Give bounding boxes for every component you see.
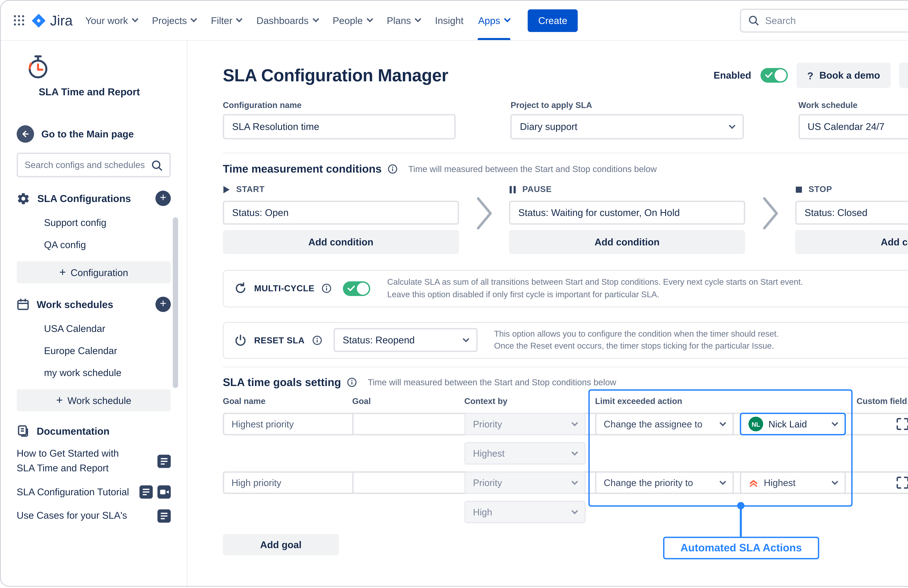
goals-header: SLA time goals setting Time will measure… [223,376,908,389]
custom-field-toggle[interactable] [860,476,885,489]
info-icon[interactable] [322,283,332,294]
chevron-down-icon [191,16,197,22]
context-by-select[interactable]: Priority [464,413,586,435]
global-search[interactable] [740,8,908,32]
chevron-down-icon [572,420,578,426]
add-stop-condition-button[interactable]: Add condition [795,230,908,254]
nav-dashboards[interactable]: Dashboards [249,1,325,40]
pause-label: PAUSE [522,185,552,194]
sidebar-scrollbar[interactable] [173,217,178,388]
custom-field-toggle[interactable] [860,418,885,431]
search-icon [748,15,759,26]
multi-cycle-toggle[interactable] [343,281,371,296]
header-controls: Enabled ? Book a demo Setup Wizard ⋮ [713,63,908,88]
page-title: SLA Configuration Manager [223,65,448,86]
goal-header: Goal [352,397,371,406]
add-start-condition-button[interactable]: Add condition [223,230,459,254]
multi-cycle-description: Calculate SLA as sum of all transitions … [387,276,803,301]
sidebar-search-input[interactable] [25,160,145,170]
add-configuration-button[interactable]: + [155,191,171,206]
limit-action-select[interactable]: Change the assignee to [595,413,734,435]
expand-button[interactable] [896,476,908,489]
time-conditions-title: Time measurement conditions [223,162,382,175]
pause-icon [509,185,516,194]
app-logo: SLA Time and Report [17,54,171,98]
project-label: Project to apply SLA [510,101,744,110]
check-icon [348,285,355,291]
chevron-down-icon [504,16,510,22]
time-conditions-header: Time measurement conditions Time will me… [223,162,908,175]
nav-filter[interactable]: Filter [204,1,249,40]
nav-people[interactable]: People [325,1,379,40]
pause-condition-column: PAUSE Status: Waiting for customer, On H… [509,184,745,254]
gear-icon [17,192,30,205]
check-icon [864,479,871,485]
context-by-select[interactable]: Priority [464,471,586,494]
stop-label: STOP [808,185,832,194]
sidebar-item-europe-calendar[interactable]: Europe Calendar [17,345,171,356]
plus-icon: + [60,267,66,278]
setup-wizard-button[interactable]: Setup Wizard [900,63,908,88]
info-icon[interactable] [312,335,322,345]
nav-apps[interactable]: Apps [471,1,517,40]
nav-insight[interactable]: Insight [428,1,471,40]
enabled-toggle[interactable] [760,68,788,83]
info-icon[interactable] [347,377,357,387]
new-configuration-button[interactable]: + Configuration [17,261,171,283]
configuration-name-input[interactable] [223,114,456,140]
enabled-label: Enabled [713,70,751,81]
multi-cycle-row: MULTI-CYCLE Calculate SLA as sum of all … [223,270,908,307]
work-schedule-label: Work schedule [798,101,908,110]
add-schedule-button[interactable]: + [155,297,171,312]
add-goal-button[interactable]: Add goal [223,534,339,555]
expand-button[interactable] [896,418,908,431]
chevron-down-icon [832,479,838,485]
check-icon [864,421,871,426]
article-badge-icon [140,486,153,499]
project-select[interactable]: Diary support [510,114,744,140]
chevron-down-icon [462,336,469,342]
chevron-down-icon [832,420,838,426]
sidebar-item-support-config[interactable]: Support config [17,217,171,228]
limit-action-select[interactable]: Change the priority to [595,471,734,494]
sidebar-search[interactable] [17,153,171,177]
sidebar-item-usa-calendar[interactable]: USA Calendar [17,323,171,334]
assignee-select[interactable]: NL Nick Laid [740,413,846,435]
context-value-select[interactable]: High [464,501,586,524]
assignee-avatar: NL [749,417,763,431]
pause-condition-value[interactable]: Status: Waiting for customer, On Hold [509,201,745,225]
power-icon [234,334,247,347]
context-value-select[interactable]: Highest [464,442,586,465]
doc-link-use-cases[interactable]: Use Cases for your SLA's [17,509,171,524]
sidebar-item-my-work-schedule[interactable]: my work schedule [17,367,171,378]
doc-link-get-started[interactable]: How to Get Started with SLA Time and Rep… [17,447,171,476]
stop-condition-value[interactable]: Status: Closed [795,201,908,225]
chevron-down-icon [236,16,243,22]
goal-row-1: Priority Change the assignee to NL Nick … [223,413,908,435]
nav-plans[interactable]: Plans [379,1,428,40]
sidebar-item-qa-config[interactable]: QA config [17,239,171,250]
work-schedule-select[interactable]: US Calendar 24/7 [798,114,908,140]
chevron-down-icon [720,420,726,426]
stop-condition-column: STOP Status: Closed Add condition [795,184,908,254]
back-to-main-link[interactable]: Go to the Main page [17,125,171,143]
priority-value-select[interactable]: Highest [740,471,846,494]
book-demo-button[interactable]: ? Book a demo [797,63,891,88]
new-work-schedule-button[interactable]: + Work schedule [17,389,171,411]
start-condition-value[interactable]: Status: Open [223,201,459,225]
doc-link-configuration-tutorial[interactable]: SLA Configuration Tutorial [17,485,171,500]
nav-your-work[interactable]: Your work [78,1,145,40]
chevron-down-icon [572,479,578,485]
add-pause-condition-button[interactable]: Add condition [509,230,745,254]
app-switcher-button[interactable] [9,9,29,31]
jira-logo[interactable]: Jira [29,12,78,28]
goal-name-header: Goal name [223,397,266,406]
nav-projects[interactable]: Projects [145,1,204,40]
reset-condition-select[interactable]: Status: Reopend [333,328,477,352]
create-button[interactable]: Create [528,9,578,32]
app-title: SLA Time and Report [39,86,171,97]
global-search-input[interactable] [765,15,905,26]
configuration-name-label: Configuration name [223,101,456,110]
goals-hint: Time will measured between the Start and… [368,377,616,387]
info-icon[interactable] [388,164,398,174]
